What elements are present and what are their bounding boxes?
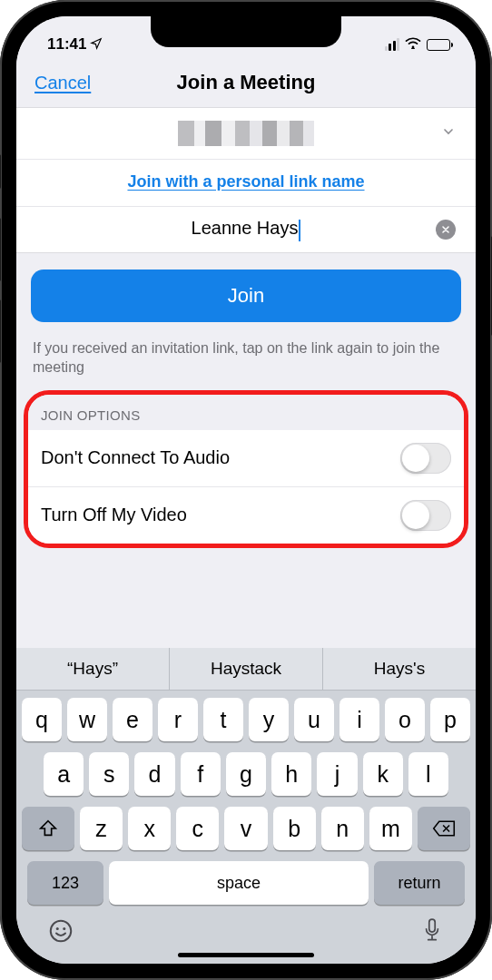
- key-b[interactable]: b: [273, 807, 316, 850]
- key-f[interactable]: f: [181, 752, 221, 796]
- page-title: Join a Meeting: [33, 71, 459, 94]
- home-indicator[interactable]: [178, 953, 314, 957]
- key-z[interactable]: z: [80, 807, 123, 850]
- key-u[interactable]: u: [294, 698, 334, 741]
- video-toggle[interactable]: [400, 500, 451, 531]
- key-d[interactable]: d: [134, 752, 174, 796]
- key-l[interactable]: l: [408, 752, 448, 796]
- signal-icon: [385, 38, 400, 51]
- cancel-button[interactable]: Cancel: [34, 73, 91, 93]
- key-c[interactable]: c: [176, 807, 219, 850]
- meeting-form: Join with a personal link name Leanne Ha…: [16, 107, 476, 253]
- key-h[interactable]: h: [271, 752, 311, 796]
- svg-rect-4: [429, 919, 435, 932]
- key-p[interactable]: p: [430, 698, 470, 741]
- key-k[interactable]: k: [363, 752, 403, 796]
- key-s[interactable]: s: [89, 752, 129, 796]
- space-key[interactable]: space: [109, 861, 369, 905]
- key-t[interactable]: t: [203, 698, 243, 741]
- clear-input-icon[interactable]: [436, 220, 456, 240]
- suggestion[interactable]: Hays's: [323, 648, 476, 690]
- keyboard-row-2: a s d f g h j k l: [22, 752, 470, 796]
- display-name-input-row[interactable]: Leanne Hays: [16, 207, 476, 252]
- audio-toggle[interactable]: [400, 443, 451, 474]
- personal-link[interactable]: Join with a personal link name: [127, 172, 364, 191]
- option-label: Turn Off My Video: [41, 505, 187, 525]
- location-arrow-icon: [90, 37, 103, 53]
- personal-link-row: Join with a personal link name: [16, 160, 476, 207]
- keyboard-row-3: z x c v b n m: [22, 807, 470, 850]
- battery-icon: [427, 39, 450, 51]
- suggestion-bar: Hays Haystack Hays's: [16, 648, 476, 691]
- key-x[interactable]: x: [128, 807, 171, 850]
- key-r[interactable]: r: [158, 698, 198, 741]
- screen: 11:41 Cancel Join a Meeting: [16, 16, 476, 964]
- display-name-input[interactable]: Leanne Hays: [192, 218, 299, 238]
- key-v[interactable]: v: [224, 807, 267, 850]
- ios-keyboard: Hays Haystack Hays's q w e r t y u i o p: [16, 648, 476, 964]
- suggestion[interactable]: Haystack: [170, 648, 323, 690]
- svg-point-2: [56, 927, 59, 930]
- meeting-id-input[interactable]: [16, 108, 476, 160]
- emoji-key-icon[interactable]: [47, 917, 74, 951]
- key-a[interactable]: a: [44, 752, 84, 796]
- invitation-hint: If you received an invitation link, tap …: [16, 331, 476, 377]
- wifi-icon: [405, 35, 421, 54]
- keyboard-row-1: q w e r t y u i o p: [22, 698, 470, 741]
- dictation-key-icon[interactable]: [419, 917, 445, 951]
- key-e[interactable]: e: [113, 698, 153, 741]
- option-dont-connect-audio: Don't Connect To Audio: [28, 430, 464, 486]
- notch: [151, 16, 341, 47]
- keyboard-row-4: 123 space return: [22, 861, 470, 905]
- nav-header: Cancel Join a Meeting: [16, 60, 476, 107]
- meeting-id-value-redacted: [178, 121, 314, 146]
- key-y[interactable]: y: [249, 698, 289, 741]
- backspace-key[interactable]: [418, 807, 470, 850]
- return-key[interactable]: return: [374, 861, 465, 905]
- chevron-down-icon[interactable]: [441, 124, 456, 142]
- option-turn-off-video: Turn Off My Video: [28, 486, 464, 544]
- join-options-highlight: JOIN OPTIONS Don't Connect To Audio Turn…: [24, 390, 468, 548]
- key-g[interactable]: g: [226, 752, 266, 796]
- join-options-label: JOIN OPTIONS: [28, 395, 464, 430]
- key-n[interactable]: n: [321, 807, 364, 850]
- shift-key[interactable]: [22, 807, 74, 850]
- suggestion[interactable]: Hays: [16, 648, 170, 690]
- svg-point-3: [63, 927, 65, 930]
- key-m[interactable]: m: [369, 807, 412, 850]
- key-j[interactable]: j: [317, 752, 357, 796]
- svg-point-0: [412, 46, 415, 49]
- join-button[interactable]: Join: [31, 270, 461, 322]
- key-i[interactable]: i: [339, 698, 379, 741]
- key-o[interactable]: o: [385, 698, 425, 741]
- option-label: Don't Connect To Audio: [41, 447, 230, 468]
- key-q[interactable]: q: [22, 698, 62, 741]
- svg-point-1: [51, 921, 72, 942]
- numeric-key[interactable]: 123: [27, 861, 103, 905]
- phone-frame: 11:41 Cancel Join a Meeting: [0, 0, 492, 980]
- status-time: 11:41: [47, 35, 86, 54]
- key-w[interactable]: w: [67, 698, 107, 741]
